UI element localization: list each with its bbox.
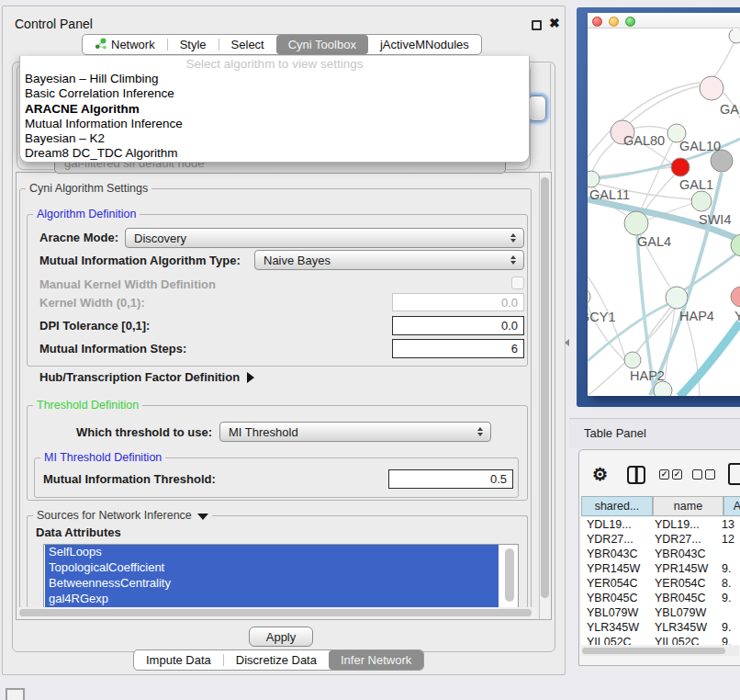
dropdown-item[interactable]: Mutual Information Inference — [20, 117, 529, 131]
mi-steps-label: Mutual Information Steps: — [39, 343, 186, 356]
aracne-mode-combo[interactable]: Discovery — [125, 228, 524, 248]
node-hap2[interactable] — [624, 352, 641, 368]
apply-button[interactable]: Apply — [249, 627, 313, 647]
node-label: Y — [734, 309, 740, 323]
list-item[interactable]: BetweennessCentrality — [45, 576, 499, 592]
settings-hscrollbar-thumb[interactable] — [19, 609, 532, 616]
mi-steps-field[interactable]: 6 — [392, 339, 524, 358]
node-gal4[interactable] — [624, 211, 648, 235]
manual-kernel-width-checkbox[interactable] — [511, 277, 524, 289]
table-row[interactable]: YDL19...YDL19...13 — [581, 517, 740, 532]
dpi-tolerance-field[interactable]: 0.0 — [392, 316, 524, 335]
column-header-shared-name[interactable]: shared... — [581, 496, 653, 516]
node[interactable] — [654, 381, 672, 396]
column-header-name[interactable]: name — [653, 496, 723, 516]
which-threshold-combo[interactable]: MI Threshold — [219, 422, 491, 442]
group-title: Algorithm Definition — [33, 209, 140, 220]
node-gal11[interactable] — [588, 171, 600, 187]
table-row[interactable]: YDR27...YDR27...12 — [581, 532, 740, 547]
tab-discretize-data[interactable]: Discretize Data — [224, 650, 329, 670]
node-gal1[interactable] — [671, 158, 690, 176]
list-scrollbar-thumb[interactable] — [505, 548, 514, 602]
sources-collapser[interactable]: Sources for Network Inference — [33, 510, 212, 522]
deselect-all-checkbox-icon[interactable] — [692, 469, 702, 480]
deselect-all-checkbox-icon[interactable] — [705, 469, 715, 480]
dropdown-item[interactable]: Basic Correlation Inference — [20, 86, 529, 101]
float-window-icon[interactable] — [532, 20, 542, 30]
network-window-titlebar[interactable] — [588, 13, 740, 28]
algorithm-dropdown-popup: Select algorithm to view settings Bayesi… — [19, 56, 530, 163]
network-view-window: GAL GAL80 GAL10 GAL1 SWI4 GAL11 GAL4 GCY… — [588, 13, 740, 396]
zoom-traffic-light-icon[interactable] — [625, 17, 635, 27]
minimized-frame-icon[interactable] — [6, 688, 25, 700]
dropdown-hint: Select algorithm to view settings — [20, 56, 529, 72]
column-header-partial[interactable]: A — [723, 496, 740, 516]
node-gcy1[interactable] — [588, 288, 590, 305]
mi-threshold-field[interactable]: 0.5 — [388, 469, 513, 489]
dropdown-item[interactable]: Bayesian – K2 — [20, 131, 529, 146]
table-row[interactable]: YPR145WYPR145W9. — [581, 561, 740, 576]
node-swi4[interactable] — [691, 191, 712, 211]
bottom-tabstrip: Impute Data Discretize Data Infer Networ… — [133, 649, 424, 671]
table-hscrollbar-thumb[interactable] — [582, 648, 725, 654]
combo-arrows-icon — [507, 255, 520, 265]
node[interactable] — [729, 29, 740, 43]
group-title: Threshold Definition — [33, 400, 142, 412]
group-title: MI Threshold Definition — [40, 452, 165, 464]
table-row[interactable]: YBR045CYBR045C9. — [581, 591, 740, 605]
node[interactable] — [731, 287, 740, 307]
split-columns-icon[interactable] — [627, 466, 645, 484]
table-body: YDL19...YDL19...13 YDR27...YDR27...12 YB… — [581, 517, 740, 645]
dropdown-item[interactable]: Dream8 DC_TDC Algorithm — [20, 146, 529, 161]
mi-algorithm-type-combo[interactable]: Naive Bayes — [254, 250, 524, 270]
node-label: GAL10 — [679, 139, 721, 153]
new-table-icon[interactable] — [728, 463, 740, 485]
dropdown-item[interactable]: Bayesian – Hill Climbing — [20, 72, 529, 86]
panel-border-line — [550, 63, 551, 170]
table-row[interactable]: YIL052CYIL052C9. — [581, 635, 740, 645]
mi-algorithm-type-label: Mutual Information Algorithm Type: — [39, 254, 241, 267]
combo-arrows-icon — [474, 427, 487, 437]
dpi-tolerance-label: DPI Tolerance [0,1]: — [39, 320, 150, 333]
table-row[interactable]: YBL079WYBL079W — [581, 605, 740, 620]
manual-kernel-width-label: Manual Kernel Width Definition — [39, 278, 216, 291]
minimize-traffic-light-icon[interactable] — [609, 17, 619, 27]
tab-style[interactable]: Style — [168, 35, 219, 54]
dropdown-item-selected[interactable]: ARACNE Algorithm — [20, 102, 529, 117]
network-canvas[interactable]: GAL GAL80 GAL10 GAL1 SWI4 GAL11 GAL4 GCY… — [588, 29, 740, 396]
table-row[interactable]: YLR345WYLR345W9. — [581, 620, 740, 635]
network-view-frame: GAL GAL80 GAL10 GAL1 SWI4 GAL11 GAL4 GCY… — [577, 7, 740, 407]
focused-combo-fragment[interactable] — [528, 96, 546, 121]
tab-infer-network[interactable]: Infer Network — [329, 650, 423, 670]
kernel-width-field[interactable]: 0.0 — [392, 293, 524, 311]
splitpane-collapse-icon[interactable] — [565, 339, 569, 346]
select-all-checkbox-icon[interactable]: ✓ — [672, 469, 682, 480]
node[interactable] — [700, 76, 723, 100]
list-item[interactable]: SelfLoops — [45, 545, 499, 560]
table-panel-title: Table Panel — [584, 426, 646, 440]
tab-select[interactable]: Select — [219, 35, 276, 54]
kernel-width-label: Kernel Width (0,1): — [39, 297, 145, 310]
hub-definition-expander[interactable]: Hub/Transcription Factor Definition — [39, 371, 254, 384]
settings-vscrollbar-thumb[interactable] — [541, 177, 549, 598]
table-row[interactable]: YBR043CYBR043C — [581, 547, 740, 561]
node-label: GAL80 — [623, 133, 665, 148]
table-row[interactable]: YER054CYER054C8. — [581, 576, 740, 591]
top-tabstrip: Network Style Select Cyni Toolbox jActiv… — [82, 34, 482, 55]
node-label: GAL1 — [679, 177, 713, 192]
tab-network[interactable]: Network — [83, 35, 167, 54]
list-item[interactable]: TopologicalCoefficient — [45, 560, 499, 576]
gear-icon[interactable]: ⚙ — [592, 464, 608, 485]
node-hap4[interactable] — [666, 287, 688, 309]
list-item[interactable]: gal4RGexp — [45, 592, 499, 607]
tab-impute-data[interactable]: Impute Data — [134, 650, 223, 670]
tab-cyni-toolbox[interactable]: Cyni Toolbox — [276, 35, 368, 54]
window-title: Control Panel — [15, 17, 93, 31]
tab-jactivemnodules[interactable]: jActiveMNodules — [368, 35, 481, 54]
select-all-checkbox-icon[interactable]: ✓ — [659, 469, 669, 480]
which-threshold-label: Which threshold to use: — [76, 426, 212, 439]
combo-arrows-icon — [507, 233, 520, 243]
node-label: SWI4 — [699, 212, 731, 227]
close-icon[interactable]: ✖ — [549, 16, 560, 30]
close-traffic-light-icon[interactable] — [592, 17, 602, 27]
